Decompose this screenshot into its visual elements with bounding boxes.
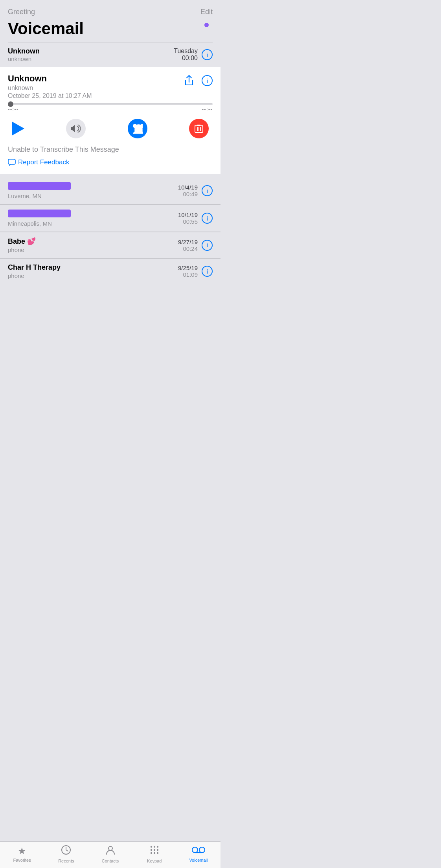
main-content: Greeting Edit Voicemail Unknown unknown … [0,0,220,316]
vm-sub-1: Minneapolis, MN [8,220,71,227]
detail-date: October 25, 2019 at 10:27 AM [8,92,92,99]
vm-item-left-0: Luverne, MN [8,182,71,199]
vm-right: Tuesday 00:00 i [174,48,213,62]
svg-marker-0 [12,121,24,136]
delete-button[interactable] [189,119,209,138]
vm-item-left-3: Char H Therapy phone [8,263,61,279]
vm-contact-info: Unknown unknown [8,47,40,62]
vm-time-0: 00:49 [178,191,198,197]
vm-contact-name: Unknown [8,47,40,55]
info-button-0[interactable]: i [202,185,213,196]
vm-name-0 [8,182,71,192]
vm-date-block-1: 10/1/19 00:55 [178,211,198,225]
vm-name-2: Babe 💕 [8,237,36,246]
voicemail-item-3[interactable]: Char H Therapy phone 9/25/19 01:09 i [0,259,220,284]
info-button-1[interactable]: i [202,213,213,224]
progress-knob[interactable] [8,101,13,107]
transcription-area: Unable to Transcribe This Message Report… [8,145,213,166]
vm-item-right-1: 10/1/19 00:55 i [178,211,213,225]
vm-date-block-3: 9/25/19 01:09 [178,265,198,278]
page-title: Voicemail [8,19,84,38]
vm-date-block-2: 9/27/19 00:24 [178,239,198,252]
vm-sub-2: phone [8,246,36,253]
voicemail-item-2[interactable]: Babe 💕 phone 9/27/19 00:24 i [0,232,220,258]
detail-header: Unknown unknown October 25, 2019 at 10:2… [8,74,213,99]
voicemail-list: Luverne, MN 10/4/19 00:49 i Minneapolis,… [0,177,220,284]
vm-date-block-0: 10/4/19 00:49 [178,184,198,197]
info-circle-button[interactable]: i [202,49,213,60]
call-button[interactable] [128,119,147,138]
vm-time-3: 01:09 [178,271,198,278]
vm-sub-0: Luverne, MN [8,193,71,199]
controls-row [8,119,213,138]
title-row: Voicemail [0,19,220,42]
header-bar: Greeting Edit [0,0,220,19]
play-button[interactable] [12,121,24,136]
time-start: --:-- [8,106,19,112]
vm-time-1: 00:55 [178,218,198,225]
vm-time: 00:00 [174,55,198,62]
redacted-name-0 [8,182,71,190]
transcription-text: Unable to Transcribe This Message [8,145,213,154]
vm-date-time: Tuesday 00:00 [174,48,198,62]
unread-dot [204,23,209,27]
vm-date-0: 10/4/19 [178,184,198,191]
vm-date: Tuesday [174,48,198,55]
speaker-button[interactable] [66,119,86,138]
vm-contact-sub: unknown [8,55,40,62]
redacted-name-1 [8,210,71,217]
report-feedback-button[interactable]: Report Feedback [8,158,213,166]
detail-sub: unknown [8,85,92,92]
vm-item-right-2: 9/27/19 00:24 i [178,239,213,252]
vm-sub-3: phone [8,272,61,279]
greeting-button[interactable]: Greeting [8,8,35,16]
voicemail-item-1[interactable]: Minneapolis, MN 10/1/19 00:55 i [0,205,220,232]
progress-area: --:-- --:-- [8,103,213,112]
time-end: --:-- [202,106,213,112]
edit-button[interactable]: Edit [200,8,213,16]
vm-item-left-1: Minneapolis, MN [8,210,71,227]
time-labels: --:-- --:-- [8,106,213,112]
vm-date-1: 10/1/19 [178,211,198,218]
detail-contact-info: Unknown unknown October 25, 2019 at 10:2… [8,74,92,99]
report-feedback-label: Report Feedback [18,158,69,166]
voicemail-list-item-unknown[interactable]: Unknown unknown Tuesday 00:00 i [0,42,220,67]
detail-name: Unknown [8,74,92,84]
voicemail-item-0[interactable]: Luverne, MN 10/4/19 00:49 i [0,177,220,204]
detail-card: Unknown unknown October 25, 2019 at 10:2… [0,67,220,177]
info-button-3[interactable]: i [202,266,213,277]
progress-bar-track[interactable] [8,103,213,105]
vm-item-left-2: Babe 💕 phone [8,237,36,253]
vm-date-3: 9/25/19 [178,265,198,271]
detail-info-button[interactable]: i [202,75,213,86]
vm-item-right-0: 10/4/19 00:49 i [178,184,213,197]
info-button-2[interactable]: i [202,240,213,251]
vm-time-2: 00:24 [178,245,198,252]
vm-name-3: Char H Therapy [8,263,61,272]
detail-action-icons: i [182,74,213,88]
svg-rect-6 [8,159,15,164]
vm-name-1 [8,210,71,219]
share-button[interactable] [182,74,196,88]
vm-date-2: 9/27/19 [178,239,198,245]
vm-item-right-3: 9/25/19 01:09 i [178,265,213,278]
